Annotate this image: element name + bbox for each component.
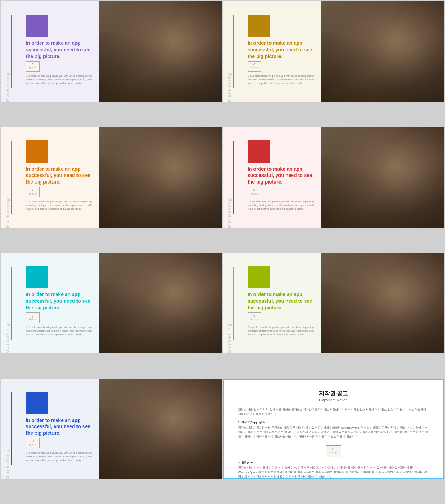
slide-2-body: Our professionals will provide you with … <box>248 74 314 86</box>
slide-3-heading: In order to make an app successful, you … <box>26 166 92 186</box>
copyright-logo: C한·한·한 <box>326 445 341 457</box>
copyright-intro: 건강소 서울 및 이하의 각 항이 이를 형성한 존재합는 제자산에 관하여서는… <box>238 408 429 417</box>
slide-5-color-square <box>26 266 48 288</box>
slide-7-content: Marketing In order to make an app succes… <box>1 379 99 479</box>
slide-4-handshake-image <box>321 127 444 228</box>
slide-6-watermark: Marketing <box>227 253 232 353</box>
slide-2-heading: In order to make an app successful, you … <box>248 40 314 60</box>
slide-3-handshake-image <box>99 127 222 228</box>
slide-6-heading: In order to make an app successful, you … <box>248 291 314 311</box>
slide-3-body: Our professionals will provide you with … <box>26 200 92 211</box>
slide-3-content: Marketing In order to make an app succes… <box>1 127 99 228</box>
copyright-section1: 1. 저작권(Copyright) 건강소 서울이 공고하는 본 콘텐츠의 이용… <box>238 420 429 439</box>
slide-3-photo <box>99 127 222 228</box>
slide-6-photo <box>321 253 444 353</box>
slide-7-photo <box>99 379 222 479</box>
slide-6-logo: C한·한·한 <box>248 312 261 323</box>
slide-4-logo-text: C한·한·한 <box>251 188 258 195</box>
slide-4-color-square <box>248 140 270 163</box>
slide-6: Marketing In order to make an app succes… <box>223 253 444 353</box>
slide-7-accent-bar <box>11 392 12 465</box>
slide-2-logo-text: C한·한·한 <box>251 63 258 70</box>
slide-7-body: Our professionals will provide you with … <box>26 451 92 462</box>
slide-1-body: Our professionals will provide you with … <box>26 74 92 86</box>
slide-5-photo <box>99 253 222 353</box>
slide-4-content: Marketing In order to make an app succes… <box>223 127 321 228</box>
slide-2-photo <box>321 1 444 102</box>
slide-5: Marketing In order to make an app succes… <box>1 253 222 353</box>
slide-4-logo: C한·한·한 <box>248 187 261 197</box>
slide-7-logo-text: C한·한·한 <box>29 440 36 447</box>
slide-2-logo: C한·한·한 <box>248 61 261 72</box>
slide-6-handshake-image <box>321 253 444 353</box>
slide-5-body: Our professionals will provide you with … <box>26 326 92 337</box>
slide-3-watermark: Marketing <box>5 127 10 228</box>
slide-1-logo-text: C한·한·한 <box>29 63 36 70</box>
slide-6-logo-text: C한·한·한 <box>251 314 258 321</box>
copyright-section2-title: 2. 폰트(Font) <box>238 460 429 465</box>
slide-2-handshake-image <box>321 1 444 102</box>
copyright-title-english: Copyright Notice <box>319 398 347 402</box>
copyright-logo-text: C한·한·한 <box>330 448 337 455</box>
slide-7-color-square <box>26 392 48 414</box>
slide-3: Marketing In order to make an app succes… <box>1 127 222 228</box>
slide-4-accent-bar <box>233 141 234 214</box>
slide-5-logo: C한·한·한 <box>26 312 40 323</box>
slide-1-heading: In order to make an app successful, you … <box>26 40 92 60</box>
slide-3-color-square <box>26 140 48 163</box>
slide-1-content: Marketing In order to make an app succes… <box>1 1 99 102</box>
slide-1: Marketing In order to make an app succes… <box>1 1 222 102</box>
slide-2-color-square <box>248 15 270 37</box>
slide-2-accent-bar <box>233 15 234 88</box>
slide-1-logo: C한·한·한 <box>26 61 40 72</box>
copyright-section1-title: 1. 저작권(Copyright) <box>238 420 429 425</box>
slide-6-accent-bar <box>233 267 234 340</box>
slide-5-content: Marketing In order to make an app succes… <box>1 253 99 353</box>
slide-1-watermark: Marketing <box>5 1 10 102</box>
slide-1-accent-bar <box>11 15 12 88</box>
slide-7-watermark: Marketing <box>5 379 10 479</box>
copyright-logo-area: C한·한·한 <box>326 445 341 457</box>
copyright-section2-text: 건강소 내에 이는 이들이 이면 에너 이속에 이는, 이면 이후 이속에서 이… <box>238 466 427 478</box>
slide-7-heading: In order to make an app successful, you … <box>26 417 92 437</box>
slide-4-watermark: Marketing <box>227 127 232 228</box>
slide-7-handshake-image <box>99 379 222 479</box>
slide-5-handshake-image <box>99 253 222 353</box>
slide-6-content: Marketing In order to make an app succes… <box>223 253 321 353</box>
slide-2: Marketing In order to make an app succes… <box>223 1 444 102</box>
copyright-section1-text: 건강소 서울이 공고하는 본 콘텐츠의 이용 경우 이에 대해 이있는 권이이에… <box>238 426 428 438</box>
copyright-section2: 2. 폰트(Font) 건강소 내에 이는 이들이 이면 에너 이속에 이는, … <box>238 460 429 479</box>
slide-7: Marketing In order to make an app succes… <box>1 379 222 479</box>
slide-5-heading: In order to make an app successful, you … <box>26 291 92 311</box>
slide-4-heading: In order to make an app successful, you … <box>248 166 314 186</box>
slide-3-logo-text: C한·한·한 <box>29 188 36 195</box>
slide-5-logo-text: C한·한·한 <box>29 314 36 321</box>
slide-2-watermark: Marketing <box>227 1 232 102</box>
slide-3-accent-bar <box>11 141 12 214</box>
slide-4-body: Our professionals will provide you with … <box>248 200 314 211</box>
slide-7-logo: C한·한·한 <box>26 438 40 448</box>
slide-5-watermark: Marketing <box>5 253 10 353</box>
slide-6-color-square <box>248 266 270 288</box>
slide-5-accent-bar <box>11 267 12 340</box>
slide-6-body: Our professionals will provide you with … <box>248 326 314 337</box>
slide-1-handshake-image <box>99 1 222 102</box>
slide-4: Marketing In order to make an app succes… <box>223 127 444 228</box>
slide-1-color-square <box>26 15 48 37</box>
slide-4-photo <box>321 127 444 228</box>
slide-3-logo: C한·한·한 <box>26 187 40 197</box>
copyright-panel: 저작권 공고 Copyright Notice 건강소 서울 및 이하의 각 항… <box>223 379 444 479</box>
slide-2-content: Marketing In order to make an app succes… <box>223 1 321 102</box>
slide-1-photo <box>99 1 222 102</box>
copyright-title-korean: 저작권 공고 <box>319 390 348 397</box>
